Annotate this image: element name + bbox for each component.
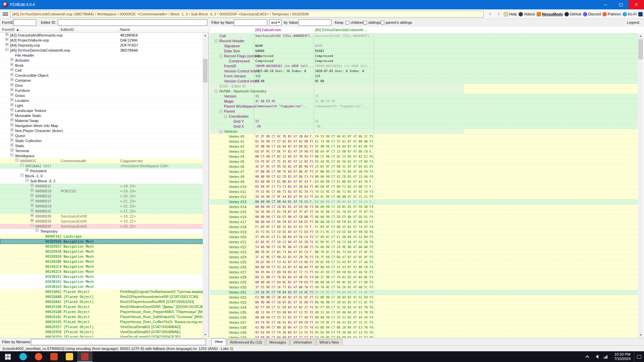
tree-row[interactable]: 00020359 [Placed Object]VineDecalLarge03… [0,335,203,338]
tree-row[interactable]: 0000DD20<-22, 23> [0,204,203,209]
filter-operator-select[interactable]: and [269,19,282,26]
column-header-name[interactable]: Name [120,27,130,32]
tree-row[interactable]: 0000F342 Landscape [0,234,203,239]
record-row[interactable]: FormID[NAVM:001E0936] (in GRUP Cell ...[… [210,64,638,69]
record-row[interactable]: Vertex #3124 26 9C C7 F0 04 B3 47 14 AE … [210,290,638,295]
record-row[interactable]: Vertices [210,129,638,134]
filter-name-input[interactable] [234,19,267,26]
right-scroll-thumb[interactable] [638,39,643,59]
link-discord[interactable]: Discord [583,12,601,16]
record-row[interactable]: Grid X-20-20 [210,124,638,129]
taskbar-firefox-icon[interactable] [31,351,46,362]
taskbar-explorer-icon[interactable] [62,351,77,362]
record-row[interactable]: Vertex #23BB 7D 9C C7 B1 73 B4 47 85 CA … [210,250,638,255]
tree-row[interactable]: Static Collection [0,138,203,143]
expand-icon[interactable] [10,118,13,121]
expand-icon[interactable] [10,73,13,76]
expand-icon[interactable] [10,143,13,146]
record-row[interactable]: Vertex #122D 3A 9D C7 9F 44 B2 47 95 A3 … [210,194,638,199]
tab-whatsnew[interactable]: What's New [316,339,342,345]
tree-row[interactable]: 0001DAAC [Placed Object]Res01PlayerHouse… [0,299,203,304]
expand-icon[interactable] [10,93,13,96]
record-row[interactable]: Version Control Info 205 0005 00 [210,79,638,84]
expand-icon[interactable] [31,214,34,217]
tree-row[interactable]: [A4] Depravity.esp2DF7F3D7 [0,43,203,48]
checkbox-parent-s-siblings[interactable]: parent's siblings [381,20,412,24]
record-row[interactable]: Vertex #32E3 BB 9B C7 3B 8A B2 47 D1 6F … [210,295,638,300]
record-row[interactable]: Vertex #63E EF 9C C7 95 5E B2 47 BE 90 F… [210,164,638,169]
expand-icon[interactable] [5,38,8,41]
taskbar-fo4edit-icon[interactable] [77,351,93,362]
tree-row[interactable]: 0002018C Placed ObjectPlayerHouse_Ruin_S… [0,314,203,319]
collapse-icon[interactable] [219,55,222,58]
legend-link[interactable]: Legend [627,20,639,24]
link-paypal[interactable]: PayPal [638,12,644,16]
tree-row[interactable]: Light [0,103,203,108]
tree-row[interactable]: 002492C6 Navigation Mesh [0,269,203,274]
expand-icon[interactable] [10,138,13,141]
column-header-formid[interactable]: FormID ▲ [2,27,19,32]
tree-row[interactable]: 001E0937 Navigation Mesh [0,244,203,249]
tree-row[interactable]: Navigation Mesh Info Map [0,123,203,128]
record-row[interactable]: Vertex #3744 C8 9E C7 46 A1 B3 47 69 CB … [210,320,638,325]
tree-row[interactable]: Static [0,143,203,148]
collapse-icon[interactable] [36,229,39,232]
taskbar-powerpoint-icon[interactable] [46,351,62,362]
expand-icon[interactable] [10,148,13,152]
checkbox-siblings[interactable]: siblings [363,20,381,24]
record-row[interactable]: Vertex #2254 86 98 C7 24 9E B6 47 C9 6B … [210,245,638,250]
tree-row[interactable]: 0000DD3FSanctuaryExt02<-20, 22> [0,224,203,229]
left-scrollbar[interactable]: ▲ ▼ [203,33,208,338]
tree-row[interactable]: 00019A92 Placed ObjectPerkMagGrognakTheB… [0,289,203,294]
breadcrumb[interactable]: [A5] DoYourDamnJobCodsworth.esp (3BD786A… [10,11,484,17]
record-row[interactable]: Record Header [210,39,638,44]
checkbox-icon[interactable] [363,21,367,24]
tree-row[interactable]: 0000003CCommonwealthСодружество [0,159,203,164]
collapse-icon[interactable] [219,130,222,133]
record-row[interactable]: Vertex #1700 00 A0 C7 9A FB B1 47 68 EE … [210,220,638,225]
tree-row[interactable]: Block -1, 0 [0,174,203,179]
back-arrow-icon[interactable]: ‹ [487,11,493,17]
record-row[interactable]: EDID - Editor ID [210,84,638,89]
tab-messages[interactable]: Messages [266,339,289,345]
record-row[interactable]: Vertex #72F B8 9D C7 98 7E B4 47 88 4F F… [210,169,638,174]
tree-row[interactable]: Book [0,63,203,68]
record-row[interactable]: Vertex #1556 5E 98 C7 81 78 B7 47 7F 87 … [210,209,638,215]
record-row[interactable]: Vertex #2600 00 98 C7 41 43 B7 47 60 84 … [210,265,638,270]
tree-row[interactable]: A503B103 Navigation Mesh [0,284,203,289]
expand-icon[interactable] [25,169,29,172]
record-row[interactable]: Vertex #3600 00 A0 C7 25 52 B2 47 F7 A0 … [210,315,638,320]
tree-row[interactable]: 001E0938 Navigation Mesh [0,249,203,254]
tree-row[interactable]: 002492BD Navigation Mesh [0,259,203,264]
expand-icon[interactable] [10,68,13,71]
record-row[interactable]: Magic3C A0 E9 A53C A0 E9 A5 [210,99,638,104]
record-row[interactable]: Vertex #25F 9B 98 C7 E6 84 B7 47 D8 B1 F… [210,144,638,149]
record-row[interactable]: Parent [210,109,638,114]
collapse-icon[interactable] [10,154,13,157]
tree-row[interactable]: 00020358 [Placed Object]VineDecalSmall03… [0,329,203,335]
tree-row[interactable]: Worldspace [0,154,203,159]
editorid-input[interactable] [58,19,207,26]
tree-row[interactable]: Moveable Static [0,113,203,118]
expand-icon[interactable] [10,108,13,111]
tree-row[interactable]: Activator [0,58,203,63]
start-button[interactable] [0,351,15,362]
collapse-icon[interactable] [15,159,18,162]
tree-row[interactable]: Grass [0,93,203,98]
link-videos[interactable]: Videos [519,12,535,16]
tree-row[interactable]: [A3] ProjectValkyrie.espD4E12966 [0,38,203,43]
formid-input[interactable] [13,19,36,26]
tab-referencedby13[interactable]: Referenced By (13) [227,339,265,345]
tree-row[interactable]: 0000DD1F<-21, 23> [0,199,203,204]
tree-row[interactable]: [A5] DoYourDamnJobCodsworth.esp3BD786A6 [0,48,203,53]
record-row[interactable]: Vertex #1935 F3 9C C7 C8 EE B4 47 F2 ED … [210,230,638,235]
record-row[interactable]: Vertex #4054 FB 9E C7 0A 09 B2 47 72 52 … [210,335,638,338]
tree-row[interactable]: File Header [0,53,203,58]
record-row[interactable]: CellSanctuaryExt02 [CELL:0000DD3F]...San… [210,34,638,39]
collapse-icon[interactable] [20,174,23,177]
link-github[interactable]: GitHub [565,12,581,16]
checkbox-children[interactable]: children [345,20,364,24]
expand-icon[interactable] [31,189,34,192]
expand-icon[interactable] [5,43,8,46]
tree-row[interactable]: Furniture [0,88,203,93]
